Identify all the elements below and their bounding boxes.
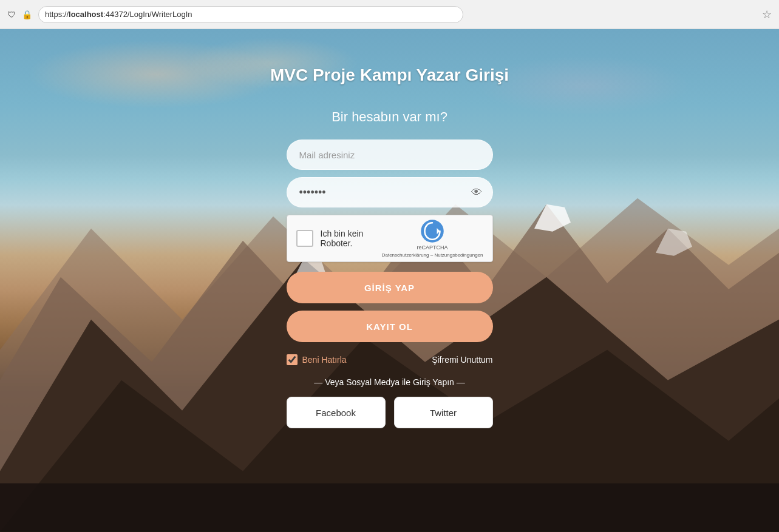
remember-row: Beni Hatırla Şifremi Unuttum [287,354,493,365]
browser-chrome: 🛡 🔒 https://localhost:44372/LogIn/Writer… [0,0,779,29]
page-title: MVC Proje Kampı Yazar Girişi [270,66,509,85]
twitter-login-button[interactable]: Twitter [394,397,493,428]
svg-rect-8 [0,483,779,532]
remember-left: Beni Hatırla [287,354,347,365]
recaptcha-links: Datenschutzerklärung – Nutzungsbedingung… [382,252,483,258]
login-button[interactable]: GİRİŞ YAP [287,272,493,303]
recaptcha-brand-text: reCAPTCHA [417,244,448,252]
recaptcha-logo-area: reCAPTCHA Datenschutzerklärung – Nutzung… [382,219,483,258]
password-wrapper: 👁 [287,177,493,207]
email-input[interactable] [287,140,493,170]
url-display: https://localhost:44372/LogIn/WriterLogI… [45,10,192,19]
remember-label[interactable]: Beni Hatırla [302,355,347,365]
address-bar[interactable]: https://localhost:44372/LogIn/WriterLogI… [38,6,463,23]
register-button[interactable]: KAYIT OL [287,311,493,342]
lock-icon: 🔒 [22,10,32,19]
show-password-icon[interactable]: 👁 [471,186,482,199]
main-content: MVC Proje Kampı Yazar Girişi Bir hesabın… [0,29,779,532]
form-container: MVC Proje Kampı Yazar Girişi Bir hesabın… [268,66,511,428]
recaptcha-checkbox[interactable] [296,230,313,247]
social-buttons: Facebook Twitter [287,397,493,428]
bookmark-icon[interactable]: ☆ [762,8,772,21]
recaptcha-logo-svg [420,219,444,243]
shield-icon: 🛡 [7,10,16,19]
remember-checkbox[interactable] [287,354,298,365]
recaptcha-label: Ich bin kein Roboter. [321,229,375,248]
recaptcha-widget[interactable]: Ich bin kein Roboter. reCAPTCHA Datensch… [287,215,493,262]
facebook-login-button[interactable]: Facebook [287,397,386,428]
svg-marker-6 [534,204,571,232]
forgot-password-link[interactable]: Şifremi Unuttum [432,355,492,365]
form-subtitle: Bir hesabın var mı? [332,109,447,125]
password-input[interactable] [287,177,493,207]
social-divider: — Veya Sosyal Medya ile Giriş Yapın — [314,377,464,387]
